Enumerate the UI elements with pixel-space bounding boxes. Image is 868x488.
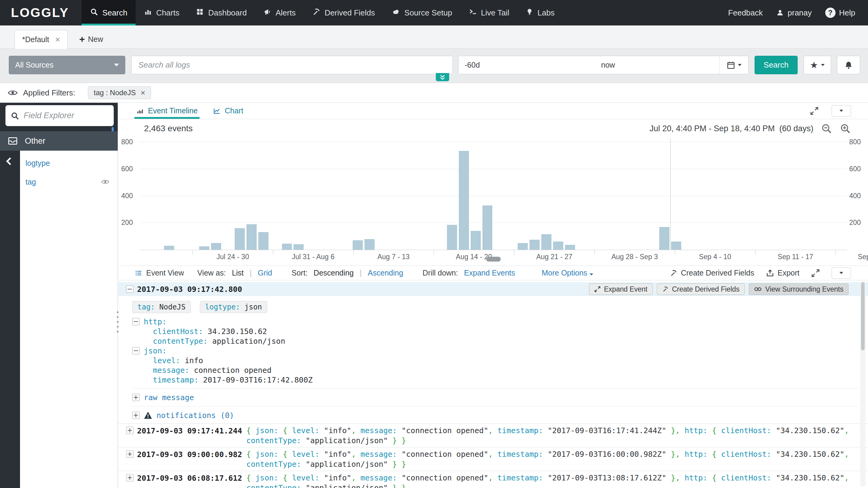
plus-icon: +: [79, 34, 85, 44]
collapse-sidebar-icon[interactable]: [6, 157, 14, 165]
nav-derived-fields[interactable]: Derived Fields: [304, 0, 383, 26]
sort-descending-option[interactable]: Descending: [314, 268, 353, 278]
view-as-list-option[interactable]: List: [232, 268, 244, 278]
user-menu[interactable]: pranay: [776, 8, 812, 18]
expand-events-link[interactable]: Expand Events: [464, 268, 515, 278]
nav-charts[interactable]: Charts: [135, 0, 188, 26]
saved-searches-button[interactable]: ★: [804, 56, 831, 74]
chart-bar-aug-16[interactable]: [459, 151, 469, 250]
nav-source-setup[interactable]: Source Setup: [383, 0, 460, 26]
zoom-out-icon[interactable]: [821, 123, 832, 134]
tree-node-json: json:: [132, 346, 868, 356]
export-button[interactable]: Export: [766, 268, 800, 278]
chart-bar-jul-25[interactable]: [199, 247, 209, 250]
expand-notifications-icon[interactable]: [132, 412, 140, 419]
more-options-dropdown[interactable]: More Options: [542, 268, 593, 278]
chart-bar-jul-30[interactable]: [258, 232, 269, 250]
chart-pan-handle[interactable]: [486, 257, 501, 262]
filter-chip-tag-nodejs[interactable]: tag : NodeJS ×: [88, 86, 151, 99]
expand-event-icon[interactable]: [126, 450, 133, 458]
time-from-input[interactable]: [459, 56, 595, 74]
time-to-input[interactable]: [595, 56, 719, 74]
chart-bar-aug-17[interactable]: [471, 231, 481, 250]
calendar-button[interactable]: [719, 56, 748, 74]
expand-event-icon[interactable]: [126, 474, 133, 481]
chart-bar-sep-2[interactable]: [659, 227, 669, 250]
chart-bar-sep-3[interactable]: [671, 241, 681, 250]
nav-labs[interactable]: Labs: [518, 0, 563, 26]
nav-dashboard[interactable]: Dashboard: [187, 0, 255, 26]
help-menu[interactable]: ? Help: [825, 7, 855, 18]
gridline: [140, 142, 847, 142]
chart-bar-aug-25[interactable]: [565, 245, 575, 250]
events-scrollbar-thumb[interactable]: [861, 282, 865, 350]
tab-default[interactable]: *Default ×: [14, 30, 68, 49]
event-row-2[interactable]: 2017-09-03 09:00:00.982{ json: { level: …: [118, 447, 868, 471]
chart-bar-aug-15[interactable]: [447, 225, 457, 250]
collapse-event-icon[interactable]: [126, 286, 133, 293]
chart-bar-jul-26[interactable]: [211, 243, 221, 250]
expand-event-button[interactable]: Expand Event: [589, 284, 653, 295]
events-scrollbar[interactable]: [860, 281, 866, 487]
view-as-grid-option[interactable]: Grid: [258, 268, 272, 278]
event-view-menu[interactable]: Event View: [134, 268, 184, 278]
create-derived-fields-button[interactable]: Create Derived Fields: [670, 268, 754, 278]
chart-bar-aug-22[interactable]: [530, 240, 539, 250]
raw-message-label[interactable]: raw message: [144, 393, 194, 402]
alerts-bell-button[interactable]: [837, 56, 860, 74]
chart-bar-aug-23[interactable]: [541, 234, 551, 250]
search-button[interactable]: Search: [754, 56, 798, 74]
tab-chart[interactable]: Chart: [211, 103, 245, 119]
sort-ascending-option[interactable]: Ascending: [368, 268, 403, 278]
events-options-dropdown[interactable]: [832, 267, 851, 279]
loggly-logo[interactable]: LOGGLY: [0, 0, 82, 26]
chart-bar-aug-2[interactable]: [293, 244, 304, 250]
field-link-tag[interactable]: tag: [26, 177, 36, 187]
expanded-event-header[interactable]: 2017-09-03 09:17:42.800 Expand Event Cre…: [118, 282, 868, 296]
chart-plot[interactable]: [140, 138, 847, 250]
timeline-options-dropdown[interactable]: [832, 105, 851, 117]
nav-search[interactable]: Search: [82, 0, 135, 26]
chart-bar-aug-1[interactable]: [282, 244, 292, 250]
sidebar-resize-handle[interactable]: [116, 310, 119, 333]
chart-bar-aug-21[interactable]: [518, 243, 528, 250]
chip-tag[interactable]: tag: NodeJS: [132, 301, 191, 313]
event-row-3[interactable]: 2017-09-03 06:08:17.612{ json: { level: …: [118, 471, 868, 488]
expand-events-panel-icon[interactable]: [811, 268, 820, 278]
zoom-in-icon[interactable]: [839, 123, 851, 134]
new-tab-button[interactable]: + New: [79, 30, 103, 48]
chart-bar-jul-29[interactable]: [247, 224, 256, 250]
view-surrounding-events-button[interactable]: View Surrounding Events: [749, 284, 848, 295]
collapse-node-icon[interactable]: [132, 347, 140, 354]
tab-event-timeline[interactable]: Event Timeline: [134, 103, 199, 119]
chart-bar-aug-7[interactable]: [353, 240, 363, 250]
notifications-label[interactable]: notifications (0): [156, 411, 234, 420]
field-explorer-input[interactable]: [24, 111, 109, 120]
field-visibility-eye-icon[interactable]: [101, 179, 109, 185]
sidebar-collapse-rail[interactable]: [0, 151, 20, 488]
event-row-1[interactable]: 2017-09-03 09:17:41.244{ json: { level: …: [118, 423, 868, 447]
expand-timeline-icon[interactable]: [810, 106, 819, 116]
expand-event-icon[interactable]: [126, 427, 133, 434]
feedback-link[interactable]: Feedback: [728, 8, 763, 18]
search-input[interactable]: [131, 56, 453, 74]
nav-alerts[interactable]: Alerts: [255, 0, 304, 26]
field-link-logtype[interactable]: logtype: [26, 159, 50, 168]
close-tab-icon[interactable]: ×: [55, 35, 60, 44]
chart-bar-jul-22[interactable]: [164, 246, 174, 250]
chart-bar-aug-18[interactable]: [483, 205, 493, 250]
collapse-node-icon[interactable]: [132, 318, 140, 325]
nav-live-tail[interactable]: Live Tail: [460, 0, 518, 26]
expand-raw-message-icon[interactable]: [132, 394, 140, 401]
chart-bar-aug-24[interactable]: [553, 241, 563, 250]
expand-query-toggle[interactable]: [436, 73, 449, 81]
all-sources-dropdown[interactable]: All Sources: [9, 56, 125, 74]
chip-logtype[interactable]: logtype: json: [200, 301, 267, 313]
chart-bar-jul-28[interactable]: [235, 228, 245, 250]
chart-bar-aug-8[interactable]: [365, 239, 375, 250]
create-derived-fields-event-button[interactable]: Create Derived Fields: [657, 284, 745, 295]
remove-filter-icon[interactable]: ×: [141, 89, 145, 97]
timeline-subheader: 2,463 events Jul 20, 4:40 PM - Sep 18, 4…: [134, 122, 851, 135]
tree-value: 34.230.150.62: [208, 327, 267, 336]
sidebar-section-other[interactable]: Other: [0, 131, 118, 151]
